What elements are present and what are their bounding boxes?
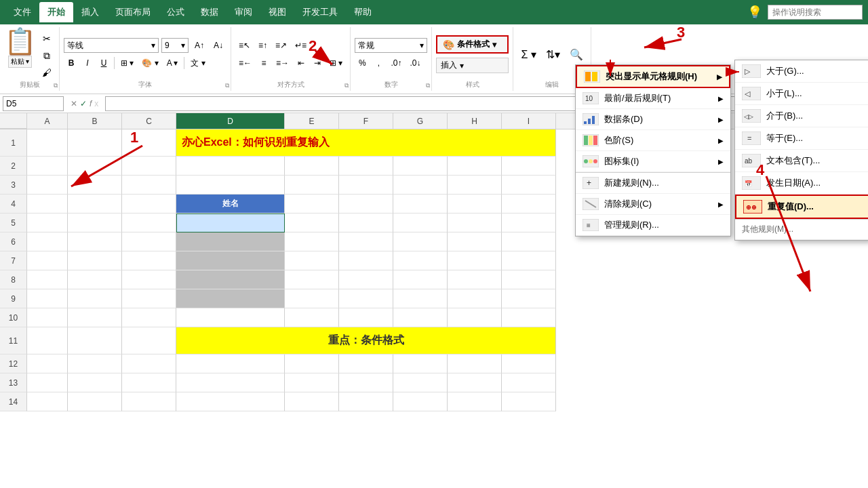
- cell-h5[interactable]: [448, 214, 502, 232]
- cell-e12[interactable]: [285, 354, 339, 373]
- cell-h2[interactable]: [448, 157, 502, 176]
- cell-e6[interactable]: [285, 232, 339, 251]
- cell-b10[interactable]: [68, 308, 122, 327]
- cell-i7[interactable]: [502, 251, 556, 270]
- paste-button[interactable]: 📋: [4, 28, 36, 54]
- align-center-button[interactable]: ≡: [256, 56, 271, 70]
- submenu-item-greater[interactable]: ▷ 大于(G)...: [735, 60, 868, 83]
- cell-e9[interactable]: [285, 289, 339, 308]
- menu-item-clear-rules[interactable]: 清除规则(C) ▶: [576, 194, 730, 215]
- cell-h3[interactable]: [448, 176, 502, 195]
- menu-item-manage-rules[interactable]: ≡ 管理规则(R)...: [576, 215, 730, 236]
- submenu-item-more-rules[interactable]: 其他规则(M)...: [735, 219, 868, 240]
- tab-view[interactable]: 视图: [260, 2, 294, 22]
- cell-h14[interactable]: [448, 392, 502, 411]
- cell-f14[interactable]: [339, 392, 393, 411]
- cell-a10[interactable]: [27, 308, 68, 327]
- cell-h4[interactable]: [448, 195, 502, 214]
- cell-f13[interactable]: [339, 373, 393, 392]
- cell-f7[interactable]: [339, 251, 393, 270]
- tab-data[interactable]: 数据: [193, 2, 226, 22]
- cell-a12[interactable]: [27, 354, 68, 373]
- cell-h9[interactable]: [448, 289, 502, 308]
- cell-g4[interactable]: [393, 195, 448, 214]
- cell-a4[interactable]: [27, 195, 68, 214]
- cell-h12[interactable]: [448, 354, 502, 373]
- cell-i4[interactable]: [502, 195, 556, 214]
- format-painter-button[interactable]: 🖌: [39, 65, 55, 80]
- sum-button[interactable]: Σ ▾: [517, 47, 539, 62]
- cell-c8[interactable]: [122, 270, 176, 289]
- font-name-selector[interactable]: 等线▾: [64, 38, 159, 53]
- cell-i6[interactable]: [502, 232, 556, 251]
- cell-h6[interactable]: [448, 232, 502, 251]
- submenu-item-less[interactable]: ◁ 小于(L)...: [735, 83, 868, 105]
- cell-h13[interactable]: [448, 373, 502, 392]
- cell-a6[interactable]: [27, 232, 68, 251]
- cell-c14[interactable]: [122, 392, 176, 411]
- submenu-item-equal[interactable]: = 等于(E)...: [735, 127, 868, 150]
- cell-a9[interactable]: [27, 289, 68, 308]
- cell-f8[interactable]: [339, 270, 393, 289]
- tab-review[interactable]: 审阅: [226, 2, 260, 22]
- cell-c5[interactable]: [122, 214, 176, 232]
- cell-f3[interactable]: [339, 176, 393, 195]
- cell-f10[interactable]: [339, 308, 393, 327]
- cell-g9[interactable]: [393, 289, 448, 308]
- cell-a8[interactable]: [27, 270, 68, 289]
- cell-d12[interactable]: [176, 354, 285, 373]
- cell-i9[interactable]: [502, 289, 556, 308]
- cell-c13[interactable]: [122, 373, 176, 392]
- cell-i2[interactable]: [502, 157, 556, 176]
- col-header-a[interactable]: A: [27, 113, 68, 129]
- menu-item-top-bottom[interactable]: 10 最前/最后规则(T) ▶: [576, 88, 730, 109]
- cell-d8[interactable]: [176, 270, 285, 289]
- col-header-g[interactable]: G: [393, 113, 448, 129]
- cell-b3[interactable]: [68, 176, 122, 195]
- cell-g14[interactable]: [393, 392, 448, 411]
- cell-g10[interactable]: [393, 308, 448, 327]
- col-header-i[interactable]: I: [502, 113, 556, 129]
- cut-button[interactable]: ✂: [39, 31, 55, 46]
- font-color-button[interactable]: A ▾: [163, 56, 182, 70]
- decrease-font-button[interactable]: A↓: [210, 38, 226, 53]
- cell-h7[interactable]: [448, 251, 502, 270]
- cell-c12[interactable]: [122, 354, 176, 373]
- menu-item-icon-sets[interactable]: 图标集(I) ▶: [576, 151, 730, 172]
- comma-button[interactable]: ,: [371, 56, 386, 70]
- tab-file[interactable]: 文件: [5, 2, 39, 22]
- number-format-selector[interactable]: 常规▾: [355, 38, 427, 53]
- cell-b12[interactable]: [68, 354, 122, 373]
- cell-e7[interactable]: [285, 251, 339, 270]
- cell-f4[interactable]: [339, 195, 393, 214]
- decrease-decimal-button[interactable]: .0↓: [406, 56, 424, 70]
- increase-decimal-button[interactable]: .0↑: [387, 56, 405, 70]
- cell-d4[interactable]: 姓名: [176, 195, 285, 214]
- clipboard-expand[interactable]: ⧉: [54, 82, 58, 89]
- cell-c4[interactable]: [122, 195, 176, 214]
- col-header-b[interactable]: B: [68, 113, 122, 129]
- cell-g8[interactable]: [393, 270, 448, 289]
- cell-d1[interactable]: 亦心Excel：如何识别重复输入: [176, 129, 556, 157]
- cell-d10[interactable]: [176, 308, 285, 327]
- cell-c7[interactable]: [122, 251, 176, 270]
- submenu-item-between[interactable]: ◁▷ 介于(B)...: [735, 105, 868, 127]
- percent-button[interactable]: %: [355, 56, 370, 70]
- cell-e3[interactable]: [285, 176, 339, 195]
- cell-g2[interactable]: [393, 157, 448, 176]
- indent-increase-button[interactable]: ⇥: [310, 56, 325, 70]
- col-header-h[interactable]: H: [448, 113, 502, 129]
- col-header-d[interactable]: D: [176, 113, 285, 129]
- cell-h8[interactable]: [448, 270, 502, 289]
- cell-d7[interactable]: [176, 251, 285, 270]
- copy-button[interactable]: ⧉: [39, 48, 55, 63]
- cell-b8[interactable]: [68, 270, 122, 289]
- cell-b14[interactable]: [68, 392, 122, 411]
- cell-b13[interactable]: [68, 373, 122, 392]
- name-box[interactable]: D5: [3, 96, 64, 111]
- cell-a3[interactable]: [27, 176, 68, 195]
- cell-c9[interactable]: [122, 289, 176, 308]
- cell-d5[interactable]: [176, 214, 285, 232]
- align-right-button[interactable]: ≡→: [273, 56, 292, 70]
- cell-d14[interactable]: [176, 392, 285, 411]
